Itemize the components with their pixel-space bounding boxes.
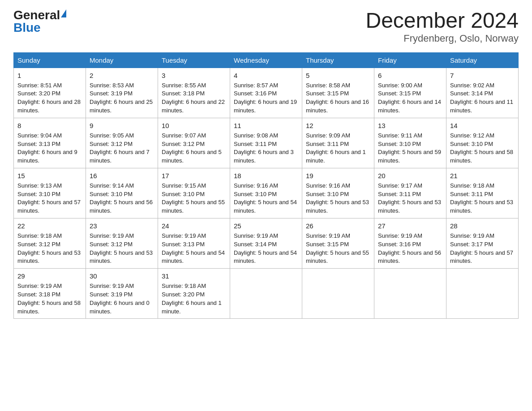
sunset-text: Sunset: 3:10 PM [17,191,60,197]
table-row: 17Sunrise: 9:15 AMSunset: 3:10 PMDayligh… [158,168,230,218]
day-number: 27 [378,221,442,231]
table-row: 29Sunrise: 9:19 AMSunset: 3:18 PMDayligh… [14,269,86,319]
table-row: 4Sunrise: 8:57 AMSunset: 3:16 PMDaylight… [230,68,302,118]
daylight-text: Daylight: 6 hours and 19 minutes. [234,98,297,114]
sunrise-text: Sunrise: 9:07 AM [162,132,206,139]
sunset-text: Sunset: 3:18 PM [162,90,205,97]
header-thursday: Thursday [302,52,374,68]
table-row: 9Sunrise: 9:05 AMSunset: 3:12 PMDaylight… [86,118,158,168]
header-saturday: Saturday [446,52,519,68]
table-row [446,269,519,319]
title-block: December 2024 Frydenberg, Oslo, Norway [365,9,519,44]
day-number: 30 [90,271,154,281]
day-number: 4 [234,71,298,81]
daylight-text: Daylight: 5 hours and 53 minutes. [17,249,81,265]
sunrise-text: Sunrise: 8:53 AM [90,82,134,89]
sunset-text: Sunset: 3:10 PM [306,191,349,197]
table-row: 14Sunrise: 9:12 AMSunset: 3:10 PMDayligh… [446,118,519,168]
daylight-text: Daylight: 5 hours and 53 minutes. [90,249,153,265]
table-row: 19Sunrise: 9:16 AMSunset: 3:10 PMDayligh… [302,168,374,218]
table-row: 26Sunrise: 9:19 AMSunset: 3:15 PMDayligh… [302,218,374,269]
page-header: General Blue December 2024 Frydenberg, O… [13,9,519,44]
daylight-text: Daylight: 5 hours and 53 minutes. [306,199,369,214]
header-wednesday: Wednesday [230,52,302,68]
day-number: 1 [17,71,82,81]
sunset-text: Sunset: 3:12 PM [162,141,205,147]
day-number: 21 [450,171,515,181]
table-row: 18Sunrise: 9:16 AMSunset: 3:10 PMDayligh… [230,168,302,218]
sunrise-text: Sunrise: 9:13 AM [17,182,62,189]
sunset-text: Sunset: 3:13 PM [162,241,205,248]
daylight-text: Daylight: 6 hours and 28 minutes. [17,98,81,114]
sunset-text: Sunset: 3:20 PM [162,291,205,298]
day-number: 23 [90,221,154,231]
page-title: December 2024 [365,9,519,33]
sunrise-text: Sunrise: 9:04 AM [17,132,62,139]
sunset-text: Sunset: 3:10 PM [90,191,133,197]
sunrise-text: Sunrise: 9:19 AM [162,232,206,239]
logo: General Blue [13,9,66,34]
sunrise-text: Sunrise: 9:12 AM [450,132,494,139]
sunrise-text: Sunrise: 9:19 AM [17,283,62,289]
page-subtitle: Frydenberg, Oslo, Norway [365,33,519,44]
daylight-text: Daylight: 5 hours and 53 minutes. [450,199,513,214]
day-number: 26 [306,221,370,231]
header-tuesday: Tuesday [158,52,230,68]
daylight-text: Daylight: 6 hours and 5 minutes. [162,149,222,164]
table-row: 13Sunrise: 9:11 AMSunset: 3:10 PMDayligh… [374,118,446,168]
sunset-text: Sunset: 3:14 PM [450,90,493,97]
daylight-text: Daylight: 5 hours and 57 minutes. [17,199,81,214]
table-row: 15Sunrise: 9:13 AMSunset: 3:10 PMDayligh… [14,168,86,218]
table-row [374,269,446,319]
table-row: 28Sunrise: 9:19 AMSunset: 3:17 PMDayligh… [446,218,519,269]
sunrise-text: Sunrise: 9:19 AM [90,283,134,289]
day-number: 5 [306,71,370,81]
header-sunday: Sunday [14,52,86,68]
day-number: 2 [90,71,154,81]
sunset-text: Sunset: 3:12 PM [90,241,133,248]
calendar-body: 1Sunrise: 8:51 AMSunset: 3:20 PMDaylight… [14,68,519,319]
daylight-text: Daylight: 5 hours and 53 minutes. [378,199,441,214]
day-number: 9 [90,121,154,131]
daylight-text: Daylight: 5 hours and 56 minutes. [90,199,153,214]
sunset-text: Sunset: 3:10 PM [162,191,205,197]
table-row: 27Sunrise: 9:19 AMSunset: 3:16 PMDayligh… [374,218,446,269]
sunset-text: Sunset: 3:11 PM [450,191,493,197]
daylight-text: Daylight: 6 hours and 7 minutes. [90,149,150,164]
sunrise-text: Sunrise: 8:51 AM [17,82,62,89]
daylight-text: Daylight: 5 hours and 58 minutes. [450,149,513,164]
sunset-text: Sunset: 3:17 PM [450,241,493,248]
day-number: 13 [378,121,442,131]
sunset-text: Sunset: 3:11 PM [378,191,421,197]
table-row: 7Sunrise: 9:02 AMSunset: 3:14 PMDaylight… [446,68,519,118]
day-number: 25 [234,221,298,231]
table-row: 6Sunrise: 9:00 AMSunset: 3:15 PMDaylight… [374,68,446,118]
sunrise-text: Sunrise: 9:16 AM [306,182,350,189]
sunset-text: Sunset: 3:10 PM [234,191,277,197]
daylight-text: Daylight: 6 hours and 11 minutes. [450,98,513,114]
sunrise-text: Sunrise: 9:05 AM [90,132,134,139]
calendar-header: Sunday Monday Tuesday Wednesday Thursday… [14,52,519,68]
logo-general-text: General [13,9,60,21]
day-number: 15 [17,171,82,181]
table-row: 24Sunrise: 9:19 AMSunset: 3:13 PMDayligh… [158,218,230,269]
day-number: 16 [90,171,154,181]
table-row [302,269,374,319]
sunrise-text: Sunrise: 9:14 AM [90,182,134,189]
table-row: 11Sunrise: 9:08 AMSunset: 3:11 PMDayligh… [230,118,302,168]
sunrise-text: Sunrise: 9:19 AM [378,232,422,239]
day-number: 7 [450,71,515,81]
sunset-text: Sunset: 3:15 PM [306,90,349,97]
header-friday: Friday [374,52,446,68]
sunrise-text: Sunrise: 9:00 AM [378,82,422,89]
sunrise-text: Sunrise: 9:19 AM [234,232,278,239]
sunset-text: Sunset: 3:10 PM [378,141,421,147]
day-number: 18 [234,171,298,181]
daylight-text: Daylight: 6 hours and 9 minutes. [17,149,77,164]
daylight-text: Daylight: 6 hours and 0 minutes. [90,300,150,315]
daylight-text: Daylight: 5 hours and 54 minutes. [162,249,225,265]
table-row: 21Sunrise: 9:18 AMSunset: 3:11 PMDayligh… [446,168,519,218]
day-number: 19 [306,171,370,181]
daylight-text: Daylight: 5 hours and 58 minutes. [17,300,81,315]
logo-triangle-icon [61,9,66,17]
